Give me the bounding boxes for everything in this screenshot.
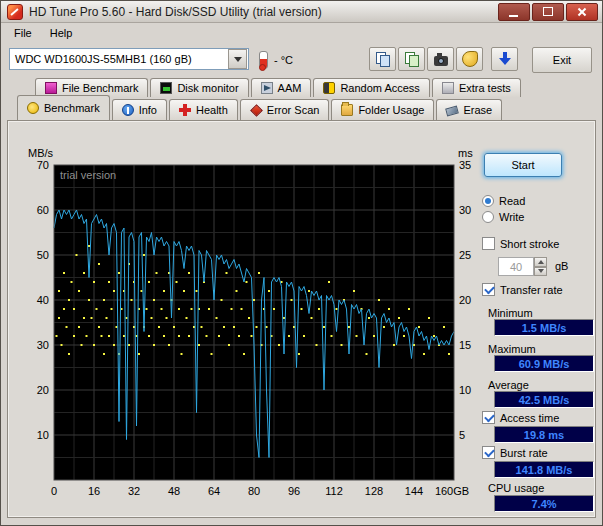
- title-bar[interactable]: HD Tune Pro 5.60 - Hard Disk/SSD Utility…: [1, 1, 602, 23]
- svg-text:128: 128: [365, 485, 383, 497]
- benchmark-panel: trial versionMB/sms706050403020103530252…: [7, 120, 596, 518]
- minimum-value: 1.5 MB/s: [494, 319, 594, 336]
- report-icon: [405, 52, 419, 66]
- start-button-label: Start: [511, 159, 534, 171]
- minimum-label: Minimum: [488, 307, 533, 319]
- read-radio[interactable]: [482, 195, 494, 207]
- access-time-label: Access time: [500, 412, 559, 424]
- svg-text:20: 20: [37, 384, 49, 396]
- tab-error-scan[interactable]: Error Scan: [240, 99, 330, 120]
- hd-tune-window: HD Tune Pro 5.60 - Hard Disk/SSD Utility…: [0, 0, 603, 526]
- tab-label: Benchmark: [44, 102, 100, 114]
- folder-usage-icon: [341, 104, 353, 116]
- maximum-label: Maximum: [488, 343, 536, 355]
- screenshot-button[interactable]: [427, 47, 454, 71]
- svg-text:60: 60: [37, 204, 49, 216]
- svg-text:16: 16: [88, 485, 100, 497]
- tab-aam[interactable]: AAM: [251, 78, 312, 97]
- burst-rate-checkbox[interactable]: [482, 446, 495, 459]
- tab-label: Folder Usage: [358, 104, 424, 116]
- write-radio[interactable]: [482, 211, 494, 223]
- access-time-row[interactable]: Access time: [482, 411, 559, 424]
- transfer-rate-label: Transfer rate: [500, 284, 563, 296]
- short-stroke-row[interactable]: Short stroke: [482, 237, 559, 250]
- transfer-rate-checkbox[interactable]: [482, 283, 495, 296]
- svg-text:96: 96: [288, 485, 300, 497]
- tab-label: File Benchmark: [62, 82, 138, 94]
- tab-random-access[interactable]: Random Access: [313, 78, 429, 97]
- copy-button[interactable]: [369, 47, 396, 71]
- download-arrow-icon: [498, 52, 512, 66]
- access-time-checkbox[interactable]: [482, 411, 495, 424]
- tab-label: Info: [139, 104, 157, 116]
- tab-label: Extra tests: [459, 82, 511, 94]
- options-button[interactable]: [456, 47, 483, 71]
- tab-label: Erase: [463, 104, 492, 116]
- temperature-value: - °C: [274, 54, 293, 66]
- palette-icon: [462, 51, 478, 67]
- drive-selector-value: WDC WD1600JS-55MHB1 (160 gB): [10, 53, 227, 65]
- close-button[interactable]: [566, 3, 598, 21]
- average-value: 42.5 MB/s: [494, 391, 594, 408]
- window-title: HD Tune Pro 5.60 - Hard Disk/SSD Utility…: [29, 5, 322, 19]
- toolbar: WDC WD1600JS-55MHB1 (160 gB) - °C: [1, 42, 602, 76]
- start-button[interactable]: Start: [484, 153, 562, 177]
- tab-label: Error Scan: [267, 104, 320, 116]
- read-radio-label: Read: [499, 195, 525, 207]
- burst-rate-row[interactable]: Burst rate: [482, 446, 548, 459]
- maximum-value: 60.9 MB/s: [494, 355, 594, 372]
- menu-help[interactable]: Help: [41, 25, 82, 41]
- copy-icon: [376, 52, 390, 66]
- tab-benchmark[interactable]: Benchmark: [17, 95, 110, 120]
- stepper-up-icon[interactable]: [534, 257, 547, 267]
- svg-text:160GB: 160GB: [435, 485, 469, 497]
- svg-text:48: 48: [168, 485, 180, 497]
- svg-text:5: 5: [459, 429, 465, 441]
- svg-text:10: 10: [37, 429, 49, 441]
- svg-text:MB/s: MB/s: [28, 147, 54, 159]
- read-radio-row[interactable]: Read: [482, 195, 525, 207]
- thermometer-icon: [259, 51, 268, 69]
- burst-rate-label: Burst rate: [500, 447, 548, 459]
- exit-button-label: Exit: [553, 54, 571, 66]
- transfer-rate-row[interactable]: Transfer rate: [482, 283, 563, 296]
- average-label: Average: [488, 379, 529, 391]
- drive-selector[interactable]: WDC WD1600JS-55MHB1 (160 gB): [9, 48, 249, 70]
- tab-disk-monitor[interactable]: Disk monitor: [150, 78, 248, 97]
- exit-button[interactable]: Exit: [532, 47, 592, 73]
- update-button[interactable]: [491, 47, 518, 71]
- svg-text:30: 30: [37, 339, 49, 351]
- write-radio-row[interactable]: Write: [482, 211, 524, 223]
- copy-report-button[interactable]: [398, 47, 425, 71]
- aam-icon: [261, 82, 273, 94]
- short-stroke-size-row: 40 gB: [466, 257, 596, 277]
- cpu-usage-label: CPU usage: [488, 482, 544, 494]
- svg-text:50: 50: [37, 249, 49, 261]
- temperature-display: - °C: [259, 49, 293, 71]
- svg-text:80: 80: [248, 485, 260, 497]
- cpu-usage-value: 7.4%: [494, 495, 594, 512]
- tab-label: Random Access: [340, 82, 419, 94]
- write-radio-label: Write: [499, 211, 524, 223]
- svg-text:70: 70: [37, 159, 49, 171]
- minimize-button[interactable]: [498, 3, 530, 21]
- tab-row-upper: File BenchmarkDisk monitorAAMRandom Acce…: [35, 76, 523, 97]
- svg-text:0: 0: [51, 485, 57, 497]
- tab-health[interactable]: Health: [169, 99, 238, 120]
- tab-extra-tests[interactable]: Extra tests: [432, 78, 521, 97]
- erase-icon: [446, 106, 460, 117]
- short-stroke-unit-label: gB: [555, 260, 568, 272]
- menu-file[interactable]: File: [5, 25, 41, 41]
- tab-info[interactable]: Info: [112, 99, 167, 120]
- tab-folder-usage[interactable]: Folder Usage: [331, 99, 434, 120]
- short-stroke-size-stepper[interactable]: [534, 257, 547, 276]
- info-icon: [122, 104, 134, 116]
- short-stroke-checkbox[interactable]: [482, 237, 495, 250]
- chevron-down-icon[interactable]: [228, 49, 247, 69]
- maximize-button[interactable]: [532, 3, 564, 21]
- svg-text:40: 40: [37, 294, 49, 306]
- short-stroke-size-input[interactable]: 40: [498, 257, 534, 276]
- tab-erase[interactable]: Erase: [436, 99, 502, 120]
- benchmark-controls: Start Read Write Short stroke 40: [466, 149, 596, 511]
- stepper-down-icon[interactable]: [534, 267, 547, 277]
